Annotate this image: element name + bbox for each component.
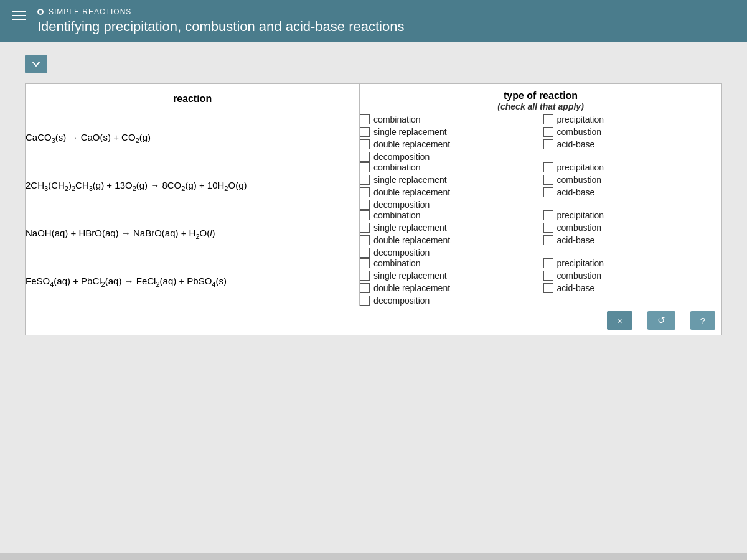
formula-4: FeSO4(aq) + PbCl2(aq) → FeCl2(aq) + PbSO… xyxy=(26,276,227,286)
checkbox-combustion-1[interactable]: combustion xyxy=(543,127,721,137)
checkbox-single-replacement-3[interactable]: single replacement xyxy=(360,223,538,233)
type-header-sub: (check all that apply) xyxy=(366,101,715,111)
cb-combination-3[interactable] xyxy=(360,210,370,220)
checkbox-combustion-2[interactable]: combustion xyxy=(543,175,721,185)
checkbox-grid-2: combination precipitation single replace… xyxy=(360,162,721,210)
expand-button[interactable] xyxy=(25,55,47,73)
cb-decomp-3[interactable] xyxy=(360,248,370,258)
checkbox-double-replacement-2[interactable]: double replacement xyxy=(360,187,538,197)
reaction-cell-1: CaCO3(s) → CaO(s) + CO2(g) xyxy=(26,114,360,162)
checkbox-decomposition-3[interactable]: decomposition xyxy=(360,248,538,258)
checkbox-precipitation-1[interactable]: precipitation xyxy=(543,114,721,124)
checkbox-precipitation-2[interactable]: precipitation xyxy=(543,162,721,172)
checkbox-combination-4[interactable]: combination xyxy=(360,258,538,268)
checkbox-decomposition-1[interactable]: decomposition xyxy=(360,152,538,162)
checkbox-acid-base-1[interactable]: acid-base xyxy=(543,139,721,149)
app-label: SIMPLE REACTIONS xyxy=(49,7,131,16)
type-column-header: type of reaction (check all that apply) xyxy=(360,84,721,114)
checkbox-grid-1: combination precipitation single replace… xyxy=(360,114,721,162)
cb-combustion-3[interactable] xyxy=(543,223,553,233)
cb-combination-1[interactable] xyxy=(360,114,370,124)
cb-double-1[interactable] xyxy=(360,139,370,149)
cb-acidbase-1[interactable] xyxy=(543,139,553,149)
checkbox-combination-3[interactable]: combination xyxy=(360,210,538,220)
cb-combustion-1[interactable] xyxy=(543,127,553,137)
cb-combination-4[interactable] xyxy=(360,258,370,268)
cb-combustion-2[interactable] xyxy=(543,175,553,185)
type-cell-1: combination precipitation single replace… xyxy=(360,114,722,162)
close-button[interactable]: × xyxy=(607,311,632,330)
cb-double-2[interactable] xyxy=(360,187,370,197)
checkbox-precipitation-3[interactable]: precipitation xyxy=(543,210,721,220)
cb-combustion-4[interactable] xyxy=(543,271,553,281)
checkbox-combustion-3[interactable]: combustion xyxy=(543,223,721,233)
checkbox-grid-4: combination precipitation single replace… xyxy=(360,258,721,306)
cb-double-3[interactable] xyxy=(360,235,370,245)
formula-2: 2CH3(CH2)2CH3(g) + 13O2(g) → 8CO2(g) + 1… xyxy=(26,180,247,190)
checkbox-decomposition-2[interactable]: decomposition xyxy=(360,200,538,210)
cb-precipitation-2[interactable] xyxy=(543,162,553,172)
main-content: reaction type of reaction (check all tha… xyxy=(0,42,747,553)
help-button[interactable]: ? xyxy=(690,311,715,330)
cb-combination-2[interactable] xyxy=(360,162,370,172)
reset-button[interactable]: ↺ xyxy=(647,311,675,330)
hamburger-menu[interactable] xyxy=(12,11,26,20)
cb-single-2[interactable] xyxy=(360,175,370,185)
col-header-reaction: reaction xyxy=(26,84,360,114)
action-bar: × ↺ ? xyxy=(25,306,722,335)
checkbox-double-replacement-3[interactable]: double replacement xyxy=(360,235,538,245)
checkbox-combustion-4[interactable]: combustion xyxy=(543,271,721,281)
checkbox-combination-2[interactable]: combination xyxy=(360,162,538,172)
checkbox-acid-base-4[interactable]: acid-base xyxy=(543,283,721,293)
checkbox-combination-1[interactable]: combination xyxy=(360,114,538,124)
cb-precipitation-3[interactable] xyxy=(543,210,553,220)
checkbox-single-replacement-2[interactable]: single replacement xyxy=(360,175,538,185)
cb-decomp-2[interactable] xyxy=(360,200,370,210)
formula-1: CaCO3(s) → CaO(s) + CO2(g) xyxy=(26,132,151,142)
cb-single-4[interactable] xyxy=(360,271,370,281)
checkbox-single-replacement-4[interactable]: single replacement xyxy=(360,271,538,281)
header-bar: SIMPLE REACTIONS Identifying precipitati… xyxy=(0,0,747,42)
checkbox-double-replacement-4[interactable]: double replacement xyxy=(360,283,538,293)
table-row: NaOH(aq) + HBrO(aq) → NaBrO(aq) + H2O(l)… xyxy=(26,210,722,258)
cb-precipitation-4[interactable] xyxy=(543,258,553,268)
checkbox-acid-base-3[interactable]: acid-base xyxy=(543,235,721,245)
cb-single-1[interactable] xyxy=(360,127,370,137)
cb-acidbase-2[interactable] xyxy=(543,187,553,197)
type-header-main: type of reaction xyxy=(366,90,715,101)
cb-double-4[interactable] xyxy=(360,283,370,293)
table-row: FeSO4(aq) + PbCl2(aq) → FeCl2(aq) + PbSO… xyxy=(26,258,722,306)
checkbox-acid-base-2[interactable]: acid-base xyxy=(543,187,721,197)
status-icon xyxy=(37,9,44,15)
cb-decomp-1[interactable] xyxy=(360,152,370,162)
table-row: CaCO3(s) → CaO(s) + CO2(g) combination p… xyxy=(26,114,722,162)
checkbox-precipitation-4[interactable]: precipitation xyxy=(543,258,721,268)
reaction-table: reaction type of reaction (check all tha… xyxy=(25,83,722,306)
reaction-column-header: reaction xyxy=(26,85,359,113)
col-header-type: type of reaction (check all that apply) xyxy=(360,84,722,114)
type-cell-3: combination precipitation single replace… xyxy=(360,210,722,258)
formula-3: NaOH(aq) + HBrO(aq) → NaBrO(aq) + H2O(l) xyxy=(26,228,215,238)
checkbox-decomposition-4[interactable]: decomposition xyxy=(360,296,538,306)
cb-single-3[interactable] xyxy=(360,223,370,233)
cb-acidbase-3[interactable] xyxy=(543,235,553,245)
type-cell-2: combination precipitation single replace… xyxy=(360,162,722,210)
reaction-cell-2: 2CH3(CH2)2CH3(g) + 13O2(g) → 8CO2(g) + 1… xyxy=(26,162,360,210)
cb-precipitation-1[interactable] xyxy=(543,114,553,124)
type-cell-4: combination precipitation single replace… xyxy=(360,258,722,306)
page-title: Identifying precipitation, combustion an… xyxy=(37,19,735,35)
header-label: SIMPLE REACTIONS xyxy=(37,7,735,16)
chevron-down-icon xyxy=(31,59,41,69)
reaction-cell-4: FeSO4(aq) + PbCl2(aq) → FeCl2(aq) + PbSO… xyxy=(26,258,360,306)
table-row: 2CH3(CH2)2CH3(g) + 13O2(g) → 8CO2(g) + 1… xyxy=(26,162,722,210)
reaction-cell-3: NaOH(aq) + HBrO(aq) → NaBrO(aq) + H2O(l) xyxy=(26,210,360,258)
checkbox-single-replacement-1[interactable]: single replacement xyxy=(360,127,538,137)
cb-decomp-4[interactable] xyxy=(360,296,370,306)
checkbox-double-replacement-1[interactable]: double replacement xyxy=(360,139,538,149)
cb-acidbase-4[interactable] xyxy=(543,283,553,293)
checkbox-grid-3: combination precipitation single replace… xyxy=(360,210,721,258)
